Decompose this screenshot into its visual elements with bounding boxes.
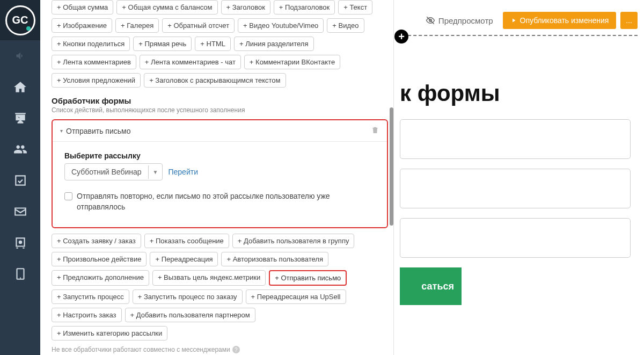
footer-note-text: Не все обработчики работают совместно с … xyxy=(52,346,230,353)
tag-subheading[interactable]: + Подзаголовок xyxy=(274,0,335,15)
help-icon[interactable]: ? xyxy=(232,346,240,353)
footer-note: Не все обработчики работают совместно с … xyxy=(52,346,388,353)
goto-link[interactable]: Перейти xyxy=(168,168,197,176)
home-icon[interactable] xyxy=(0,71,40,103)
logo-text: GC xyxy=(5,5,35,35)
action-tag-row-3: + Предложить дополнение + Вызвать цель я… xyxy=(52,270,388,286)
resend-checkbox-label: Отправлять повторно, если письмо по этой… xyxy=(77,191,375,212)
tag-offer-terms[interactable]: + Условия предложений xyxy=(52,73,141,88)
tag-custom-action[interactable]: + Произвольное действие xyxy=(52,252,147,266)
publish-button[interactable]: Опубликовать изменения xyxy=(503,12,617,29)
tag-divider[interactable]: + Линия разделителя xyxy=(234,37,314,51)
form-title-fragment: к формы xyxy=(400,81,631,106)
tag-vk-comments[interactable]: + Комментарии ВКонтакте xyxy=(244,55,340,69)
action-tag-row-5: + Настроить заказ + Добавить пользовател… xyxy=(52,308,388,322)
tag-accordion[interactable]: + Заголовок с раскрывающимся текстом xyxy=(144,73,286,88)
tag-add-partner[interactable]: + Добавить пользователя партнером xyxy=(125,308,255,322)
form-preview: к формы саться xyxy=(400,81,631,305)
tag-quote[interactable]: + Прямая речь xyxy=(133,37,192,51)
users-icon[interactable] xyxy=(0,134,40,165)
tag-gallery[interactable]: + Галерея xyxy=(115,18,159,33)
tag-html[interactable]: + HTML xyxy=(195,37,231,51)
tag-text[interactable]: + Текст xyxy=(338,0,372,15)
add-section-button[interactable]: + xyxy=(394,30,408,44)
tag-upsell-redirect[interactable]: + Переадресация на UpSell xyxy=(246,289,346,304)
publish-label: Опубликовать изменения xyxy=(520,16,609,25)
checkbox-icon[interactable] xyxy=(0,165,40,196)
handler-title: Обработчик формы xyxy=(52,96,388,105)
tag-yandex-goal[interactable]: + Вызвать цель яндекс.метрики xyxy=(152,270,266,286)
mailing-select-value: Субботний Вебинар xyxy=(65,164,148,180)
action-tag-row-2: + Произвольное действие + Переадресация … xyxy=(52,252,388,266)
handler-item-body: Выберите рассылку Субботний Вебинар ▼ Пе… xyxy=(53,142,387,227)
mail-icon[interactable] xyxy=(0,196,40,227)
sidebar: GC xyxy=(0,0,40,355)
content-tag-row-1: + Общая сумма + Общая сумма с балансом +… xyxy=(52,0,388,15)
presentation-icon[interactable] xyxy=(0,103,40,134)
tag-add-to-group[interactable]: + Добавить пользователя в группу xyxy=(232,234,355,248)
form-input-1[interactable] xyxy=(400,119,631,159)
action-tag-row-1: + Создать заявку / заказ + Показать сооб… xyxy=(52,234,388,248)
settings-panel: + Общая сумма + Общая сумма с балансом +… xyxy=(46,0,394,355)
mailing-select[interactable]: Субботний Вебинар ▼ xyxy=(64,163,163,180)
tag-authorize[interactable]: + Авторизовать пользователя xyxy=(221,252,328,266)
chevron-down-icon: ▾ xyxy=(60,128,63,134)
tag-send-email[interactable]: + Отправить письмо xyxy=(269,270,347,286)
tag-start-process[interactable]: + Запустить процесс xyxy=(52,289,129,304)
tag-total[interactable]: + Общая сумма xyxy=(52,0,113,15)
delete-handler-button[interactable] xyxy=(371,126,379,136)
tag-configure-order[interactable]: + Настроить заказ xyxy=(52,308,122,322)
tag-change-category[interactable]: + Изменить категорию рассылки xyxy=(52,326,167,340)
form-submit-fragment[interactable]: саться xyxy=(400,267,462,305)
tag-image[interactable]: + Изображение xyxy=(52,18,112,33)
select-label: Выберите рассылку xyxy=(64,151,375,160)
tag-heading[interactable]: + Заголовок xyxy=(221,0,270,15)
tag-show-message[interactable]: + Показать сообщение xyxy=(144,234,229,248)
content-tag-row-2: + Изображение + Галерея + Обратный отсче… xyxy=(52,18,388,33)
tag-comments[interactable]: + Лента комментариев xyxy=(52,55,136,69)
action-tag-row-6: + Изменить категорию рассылки xyxy=(52,326,388,340)
form-input-2[interactable] xyxy=(400,169,631,208)
content-tag-row-4: + Лента комментариев + Лента комментарие… xyxy=(52,55,388,69)
tag-countdown[interactable]: + Обратный отсчет xyxy=(162,18,235,33)
handler-item-header[interactable]: ▾ Отправить письмо xyxy=(53,120,387,142)
content-tag-row-3: + Кнопки поделиться + Прямая речь + HTML… xyxy=(52,37,388,51)
logo[interactable]: GC xyxy=(0,0,40,40)
tag-comments-chat[interactable]: + Лента комментариев - чат xyxy=(140,55,241,69)
tag-share[interactable]: + Кнопки поделиться xyxy=(52,37,130,51)
more-button[interactable]: ... xyxy=(620,12,638,29)
divider-line xyxy=(397,35,638,36)
handler-item-title: Отправить письмо xyxy=(66,127,130,135)
dropdown-arrow-icon[interactable]: ▼ xyxy=(148,165,163,179)
tag-total-balance[interactable]: + Общая сумма с балансом xyxy=(116,0,217,15)
mobile-icon[interactable] xyxy=(0,258,40,289)
preview-button[interactable]: Предпросмотр xyxy=(420,12,499,28)
handler-subtitle: Список действий, выполняющихся после усп… xyxy=(52,106,388,114)
tag-video-yt[interactable]: + Видео Youtube/Vimeo xyxy=(238,18,324,33)
form-input-3[interactable] xyxy=(400,218,631,258)
resend-checkbox[interactable] xyxy=(64,192,72,200)
tag-create-order[interactable]: + Создать заявку / заказ xyxy=(52,234,141,248)
tag-start-order-process[interactable]: + Запустить процесс по заказу xyxy=(133,289,243,304)
tag-suggest-addon[interactable]: + Предложить дополнение xyxy=(52,270,149,286)
action-tag-row-4: + Запустить процесс + Запустить процесс … xyxy=(52,289,388,304)
topbar: Предпросмотр Опубликовать изменения ... xyxy=(420,12,638,29)
sound-icon[interactable] xyxy=(0,40,40,71)
content-tag-row-5: + Условия предложений + Заголовок с раск… xyxy=(52,73,388,88)
tag-redirect[interactable]: + Переадресация xyxy=(150,252,218,266)
safe-icon[interactable] xyxy=(0,227,40,258)
scrollbar[interactable] xyxy=(390,107,393,226)
handler-item-box: ▾ Отправить письмо Выберите рассылку Суб… xyxy=(52,119,388,228)
tag-video[interactable]: + Видео xyxy=(327,18,364,33)
preview-label: Предпросмотр xyxy=(438,16,493,25)
